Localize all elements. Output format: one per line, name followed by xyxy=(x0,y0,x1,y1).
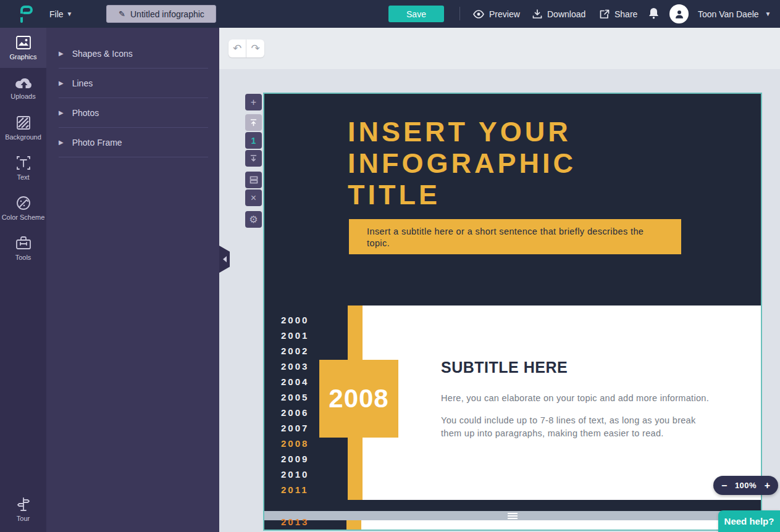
document-title-field[interactable]: ✎ Untitled infographic xyxy=(106,5,216,23)
section-body-text[interactable]: Here, you can elaborate on your topic an… xyxy=(441,392,713,440)
triangle-right-icon: ▶ xyxy=(59,50,64,57)
panel-section-label: Photo Frame xyxy=(72,138,122,148)
download-icon xyxy=(532,9,542,19)
block-footer-strip xyxy=(264,500,761,511)
sidebar-item-label: Uploads xyxy=(10,93,35,101)
timeline-year-column: 2013 xyxy=(264,520,346,530)
timeline-block[interactable]: 2000 2001 2002 2003 2004 2005 2006 2007 … xyxy=(264,305,761,500)
infographic-title-text[interactable]: INSERT YOUR INFOGRAPHIC TITLE xyxy=(348,116,576,210)
sidebar-item-uploads[interactable]: Uploads xyxy=(0,68,46,108)
toolbar-divider xyxy=(459,7,460,20)
preview-label: Preview xyxy=(489,9,520,19)
download-button[interactable]: Download xyxy=(532,0,585,28)
top-bar: File ▼ ✎ Untitled infographic Save Previ… xyxy=(0,0,780,28)
panel-section-lines[interactable]: ▶ Lines xyxy=(59,69,208,98)
block-settings-button[interactable]: ⚙ xyxy=(245,211,262,228)
block-toolbar: + 1 × ⚙ xyxy=(245,94,262,228)
timeline-year[interactable]: 2013 xyxy=(281,517,309,527)
notifications-bell-icon[interactable] xyxy=(648,7,659,22)
infographic-canvas[interactable]: INSERT YOUR INFOGRAPHIC TITLE Insert a s… xyxy=(264,94,761,530)
triangle-right-icon: ▶ xyxy=(59,109,64,116)
panel-section-label: Shapes & Icons xyxy=(72,49,133,59)
download-label: Download xyxy=(547,9,585,19)
timeline-year[interactable]: 2008 xyxy=(281,436,309,451)
timeline-year[interactable]: 2001 xyxy=(281,328,309,343)
pattern-swatch-icon xyxy=(16,115,31,130)
gear-icon: ⚙ xyxy=(249,214,258,225)
move-block-up-button[interactable] xyxy=(245,114,262,131)
triangle-right-icon: ▶ xyxy=(59,80,64,86)
sidebar-item-label: Text xyxy=(17,173,29,182)
undo-button[interactable]: ↶ xyxy=(229,39,246,57)
arrow-up-to-line-icon xyxy=(250,118,258,127)
triangle-right-icon: ▶ xyxy=(59,139,64,146)
chevron-down-icon: ▼ xyxy=(67,10,73,17)
delete-block-button[interactable]: × xyxy=(245,189,262,206)
sidebar-item-tools[interactable]: Tools xyxy=(0,228,46,268)
title-line: TITLE xyxy=(348,179,576,210)
preview-button[interactable]: Preview xyxy=(473,0,520,28)
zoom-out-button[interactable]: − xyxy=(721,481,727,491)
cloud-upload-icon xyxy=(15,76,32,89)
next-block-preview[interactable]: 2013 xyxy=(264,520,761,530)
timeline-year[interactable]: 2004 xyxy=(281,374,309,389)
user-avatar[interactable] xyxy=(669,4,689,23)
timeline-year-list: 2000 2001 2002 2003 2004 2005 2006 2007 … xyxy=(281,312,309,513)
timeline-year[interactable]: 2011 xyxy=(281,482,309,497)
graphics-panel: ▶ Shapes & Icons ▶ Lines ▶ Photos ▶ Phot… xyxy=(46,28,219,532)
timeline-year[interactable]: 2007 xyxy=(281,420,309,436)
sidebar-item-tour[interactable]: Tour xyxy=(0,489,46,530)
sidebar-item-label: Graphics xyxy=(9,53,36,62)
infographic-subtitle-box[interactable]: Insert a subtitle here or a short senten… xyxy=(349,219,681,254)
timeline-year[interactable]: 2002 xyxy=(281,343,309,359)
timeline-year[interactable]: 2005 xyxy=(281,389,309,405)
share-button[interactable]: Share xyxy=(600,0,637,28)
sidebar-item-text[interactable]: Text xyxy=(0,148,46,188)
move-block-down-button[interactable] xyxy=(245,150,262,167)
triangle-left-icon xyxy=(223,256,227,262)
section-heading[interactable]: SUBTITLE HERE xyxy=(441,359,568,376)
timeline-year[interactable]: 2003 xyxy=(281,359,309,374)
duplicate-block-button[interactable] xyxy=(245,172,262,188)
zoom-level-value: 100% xyxy=(735,481,757,490)
piktochart-logo-icon[interactable] xyxy=(15,4,36,25)
block-divider-handle[interactable] xyxy=(264,511,761,520)
main-sidebar: Graphics Uploads Background Text xyxy=(0,28,46,532)
panel-section-photos[interactable]: ▶ Photos xyxy=(59,98,208,128)
file-menu[interactable]: File ▼ xyxy=(49,9,72,19)
body-paragraph: Here, you can elaborate on your topic an… xyxy=(441,392,713,405)
app-root: File ▼ ✎ Untitled infographic Save Previ… xyxy=(0,0,780,532)
eye-icon xyxy=(473,10,484,19)
file-menu-label: File xyxy=(49,9,64,19)
sidebar-item-background[interactable]: Background xyxy=(0,108,46,148)
sidebar-item-graphics[interactable]: Graphics xyxy=(0,28,46,68)
timeline-year[interactable]: 2010 xyxy=(281,467,309,482)
zoom-in-button[interactable]: + xyxy=(765,481,770,491)
active-year-box[interactable]: 2008 xyxy=(319,360,398,438)
timeline-year[interactable]: 2006 xyxy=(281,405,309,420)
panel-section-shapes-icons[interactable]: ▶ Shapes & Icons xyxy=(59,39,208,69)
sidebar-item-color-scheme[interactable]: Color Scheme xyxy=(0,188,46,228)
drag-handle-icon xyxy=(508,513,518,519)
sidebar-item-label: Background xyxy=(5,133,41,142)
signpost-icon xyxy=(17,497,30,512)
sidebar-item-label: Tools xyxy=(15,254,31,262)
account-menu[interactable]: Toon Van Daele ▼ xyxy=(698,0,771,28)
toolbox-icon xyxy=(15,236,31,251)
add-block-button[interactable]: + xyxy=(245,94,262,110)
need-help-button[interactable]: Need help? xyxy=(718,510,780,532)
palette-icon xyxy=(16,196,31,210)
pencil-icon: ✎ xyxy=(119,9,125,19)
body-paragraph: You could include up to 7-8 lines of tex… xyxy=(441,414,713,440)
redo-button[interactable]: ↷ xyxy=(246,39,264,57)
arrow-down-to-line-icon xyxy=(250,154,258,162)
canvas-header-block[interactable]: INSERT YOUR INFOGRAPHIC TITLE Insert a s… xyxy=(264,94,761,305)
panel-section-photo-frame[interactable]: ▶ Photo Frame xyxy=(59,128,208,157)
save-button[interactable]: Save xyxy=(388,6,444,22)
timeline-year[interactable]: 2009 xyxy=(281,451,309,467)
workspace-toolbar-strip xyxy=(219,28,780,69)
block-number-indicator[interactable]: 1 xyxy=(245,132,262,149)
timeline-year[interactable]: 2000 xyxy=(281,312,309,328)
editor-workspace: ↶ ↷ + 1 × ⚙ xyxy=(219,28,780,532)
sidebar-item-label: Tour xyxy=(17,515,30,523)
